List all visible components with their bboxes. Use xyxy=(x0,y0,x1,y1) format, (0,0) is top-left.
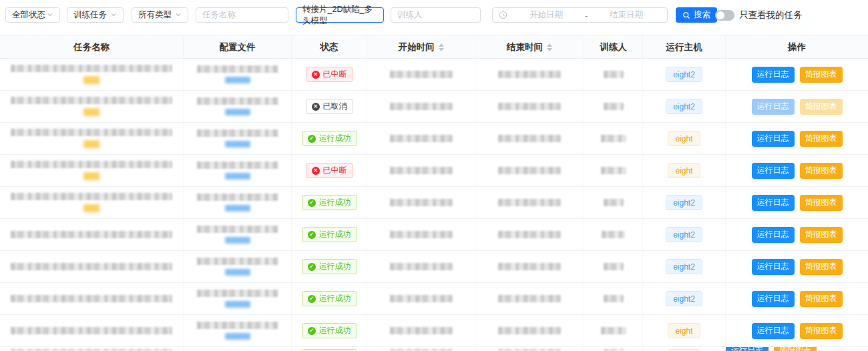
start-time-cell xyxy=(367,123,475,154)
trainer-cell xyxy=(584,123,643,154)
report-chart-button[interactable]: 简报图表 xyxy=(800,291,843,307)
col-status-label: 状态 xyxy=(320,41,339,53)
start-time-cell xyxy=(367,347,475,351)
search-button[interactable]: 搜索 xyxy=(676,7,717,23)
end-time-cell xyxy=(475,123,584,154)
status-icon xyxy=(308,135,316,143)
run-log-button[interactable]: 运行日志 xyxy=(752,259,795,275)
task-search-input[interactable]: 转接片_2D缺陷_多头模型 xyxy=(296,7,384,23)
report-chart-button[interactable]: 简报图表 xyxy=(800,99,843,115)
status-cell: 运行成功 xyxy=(292,315,367,346)
category-filter-value: 所有类型 xyxy=(138,9,172,21)
start-time-redacted xyxy=(390,295,453,302)
trainer-redacted xyxy=(604,263,624,270)
report-chart-button[interactable]: 简报图表 xyxy=(800,67,843,83)
chevron-down-icon xyxy=(175,11,182,20)
host-badge: eight2 xyxy=(666,227,702,242)
task-tag-redacted xyxy=(83,76,99,84)
report-chart-button[interactable]: 简报图表 xyxy=(800,195,843,211)
task-name-redacted xyxy=(11,263,172,270)
config-file-redacted xyxy=(197,97,278,105)
trainer-cell xyxy=(584,315,643,346)
config-link-redacted[interactable] xyxy=(225,205,250,212)
task-name-cell xyxy=(0,251,184,282)
status-cell: 已中断 xyxy=(292,155,367,186)
status-label: 运行成功 xyxy=(319,325,351,336)
status-filter-value: 全部状态 xyxy=(12,9,45,21)
end-date-input[interactable]: 结束日期 xyxy=(592,9,661,21)
host-cell: eight2 xyxy=(643,59,726,90)
config-file-redacted xyxy=(197,290,278,297)
host-cell: eight xyxy=(643,123,726,154)
trainer-cell xyxy=(584,187,643,218)
end-time-cell xyxy=(475,187,584,218)
start-time-cell xyxy=(367,219,475,250)
sort-icon[interactable] xyxy=(439,43,444,51)
end-time-cell xyxy=(475,91,584,122)
task-name-redacted xyxy=(11,193,172,200)
run-log-button[interactable]: 运行日志 xyxy=(752,131,795,147)
my-tasks-toggle-label: 只查看我的任务 xyxy=(739,9,803,21)
config-link-redacted[interactable] xyxy=(225,77,250,83)
chevron-down-icon xyxy=(47,11,53,20)
sort-icon[interactable] xyxy=(547,43,552,51)
host-badge: eight xyxy=(668,323,700,338)
config-file-redacted xyxy=(197,226,278,233)
my-tasks-toggle[interactable] xyxy=(715,10,734,21)
status-cell: 运行成功 xyxy=(292,347,367,351)
end-time-cell xyxy=(475,155,584,186)
host-cell: eight2 xyxy=(643,219,726,250)
config-link-redacted[interactable] xyxy=(225,109,250,115)
report-chart-button[interactable]: 简报图表 xyxy=(800,259,843,275)
run-log-button[interactable]: 运行日志 xyxy=(752,67,795,83)
report-chart-button[interactable]: 简报图表 xyxy=(800,131,843,147)
report-chart-button[interactable]: 简报图表 xyxy=(800,227,843,243)
end-time-cell xyxy=(475,347,584,351)
end-time-cell xyxy=(475,283,584,314)
status-icon xyxy=(308,231,316,239)
table-row: 已中断 eight2 运行日志 简报图表 xyxy=(0,59,868,91)
start-time-redacted xyxy=(390,103,453,110)
task-type-select[interactable]: 训练任务 xyxy=(67,7,124,23)
config-link-redacted[interactable] xyxy=(225,301,250,308)
config-link-redacted[interactable] xyxy=(225,141,250,147)
trainer-filter-input[interactable]: 训练人 xyxy=(391,7,481,23)
table-row: 已取消 eight2 运行日志 简报图表 xyxy=(0,91,868,123)
run-log-button[interactable]: 运行日志 xyxy=(752,323,795,339)
col-start-time: 开始时间 xyxy=(367,36,475,58)
date-range-picker[interactable]: 开始日期 - 结束日期 xyxy=(492,7,668,23)
run-log-button[interactable]: 运行日志 xyxy=(752,163,795,179)
config-file-redacted xyxy=(197,65,278,73)
host-cell: eight2 xyxy=(643,187,726,218)
run-log-button[interactable]: 运行日志 xyxy=(726,347,769,351)
run-log-button[interactable]: 运行日志 xyxy=(752,227,795,243)
config-link-redacted[interactable] xyxy=(225,173,250,180)
config-link-redacted[interactable] xyxy=(225,237,250,244)
status-badge: 运行成功 xyxy=(302,259,357,274)
host-cell: eight2 xyxy=(643,251,726,282)
task-name-redacted xyxy=(11,161,172,168)
category-filter-select[interactable]: 所有类型 xyxy=(132,7,188,23)
actions-cell: 运行日志 简报图表 xyxy=(726,123,868,154)
config-file-redacted xyxy=(197,194,278,201)
report-chart-button[interactable]: 简报图表 xyxy=(800,323,843,339)
report-chart-button[interactable]: 简报图表 xyxy=(774,347,817,351)
host-cell: eight2 xyxy=(643,283,726,314)
config-link-redacted[interactable] xyxy=(225,269,250,276)
start-date-input[interactable]: 开始日期 xyxy=(511,9,581,21)
run-log-button[interactable]: 运行日志 xyxy=(752,99,795,115)
task-name-cell xyxy=(0,59,184,90)
task-name-redacted xyxy=(11,65,172,72)
task-name-input[interactable]: 任务名称 xyxy=(196,7,288,23)
end-time-redacted xyxy=(498,231,561,238)
config-file-cell xyxy=(184,315,292,346)
run-log-button[interactable]: 运行日志 xyxy=(752,291,795,307)
trainer-cell xyxy=(584,155,643,186)
config-link-redacted[interactable] xyxy=(225,333,250,340)
end-time-redacted xyxy=(498,295,561,302)
status-cell: 已取消 xyxy=(292,91,367,122)
col-trainer: 训练人 xyxy=(584,36,643,58)
run-log-button[interactable]: 运行日志 xyxy=(752,195,795,211)
report-chart-button[interactable]: 简报图表 xyxy=(800,163,843,179)
status-filter-select[interactable]: 全部状态 xyxy=(5,7,60,23)
